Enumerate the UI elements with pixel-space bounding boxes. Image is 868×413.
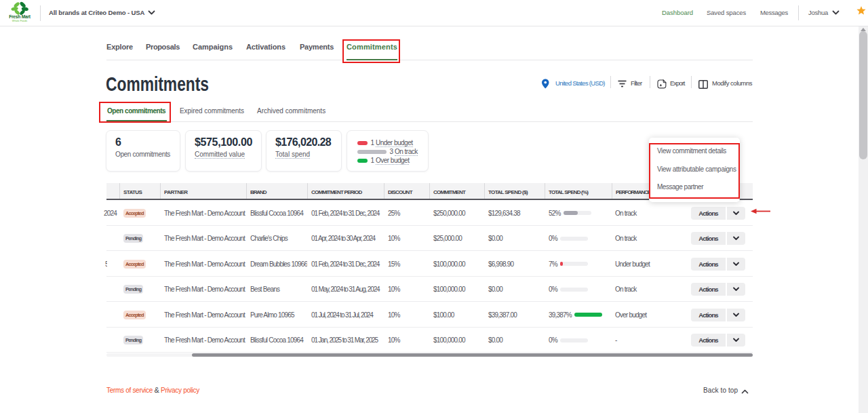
svg-text:Whole Foods: Whole Foods [12,20,27,22]
svg-text:Fresh Mart: Fresh Mart [9,14,31,19]
